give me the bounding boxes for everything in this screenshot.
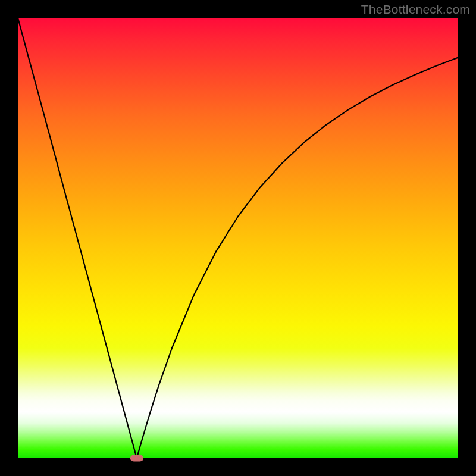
watermark-label: TheBottleneck.com — [361, 2, 470, 17]
curve-path — [18, 18, 458, 458]
chart-frame: TheBottleneck.com — [0, 0, 476, 476]
plot-area — [18, 18, 458, 458]
bottleneck-curve — [18, 18, 458, 458]
minimum-marker — [130, 455, 143, 462]
